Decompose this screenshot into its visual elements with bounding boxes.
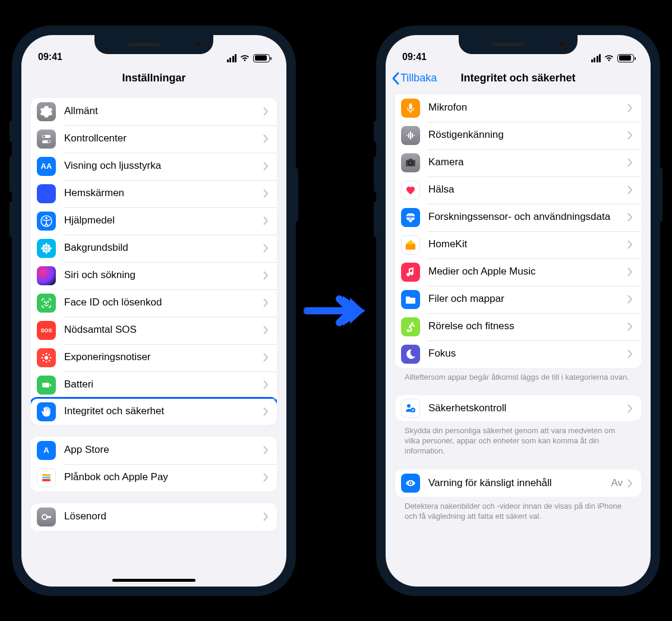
settings-row-visning[interactable]: AAVisning och ljusstyrka [31, 153, 277, 180]
row-label: Mikrofon [428, 99, 627, 116]
svg-point-17 [48, 301, 48, 302]
svg-point-40 [407, 404, 411, 408]
notch [459, 35, 578, 54]
key-icon [37, 507, 56, 527]
chevron-right-icon [263, 244, 269, 253]
wallet-icon [37, 468, 56, 487]
svg-point-10 [48, 247, 52, 250]
settings-row-hjalpmedel[interactable]: Hjälpmedel [31, 207, 277, 235]
privacy-row-kamera[interactable]: Kamera [395, 149, 641, 176]
chevron-right-icon [627, 103, 633, 112]
svg-point-43 [410, 483, 412, 484]
svg-point-18 [45, 356, 48, 360]
row-label: Face ID och lösenkod [64, 294, 263, 311]
row-label: App Store [64, 442, 263, 458]
privacy-row-halsa[interactable]: Hälsa [395, 176, 641, 204]
row-label: Forskningssensor- och användningsdata [428, 209, 627, 225]
privacy-row-varning[interactable]: Varning för känsligt innehållAv [395, 469, 641, 497]
camera-icon [401, 153, 420, 172]
home-indicator[interactable] [112, 579, 195, 582]
chevron-right-icon [263, 107, 269, 116]
privacy-list[interactable]: MikrofonRöstigenkänningKameraHälsaForskn… [386, 93, 651, 587]
chevron-right-icon [627, 185, 633, 194]
settings-row-integritet[interactable]: Integritet och säkerhet [31, 397, 277, 425]
music-icon [401, 263, 420, 282]
notch [94, 35, 213, 54]
svg-rect-33 [306, 307, 345, 314]
chevron-right-icon [627, 349, 633, 358]
settings-list[interactable]: AllmäntKontrollcenterAAVisning och ljuss… [21, 93, 286, 587]
svg-point-8 [45, 250, 48, 254]
caption-1: Allteftersom appar begär åtkomst läggs d… [395, 373, 641, 385]
siri-icon [37, 266, 56, 285]
svg-point-21 [42, 357, 43, 358]
settings-row-planbok[interactable]: Plånbok och Apple Pay [31, 464, 277, 491]
settings-row-exponering[interactable]: Exponeringsnotiser [31, 344, 277, 371]
back-button[interactable]: Tillbaka [392, 72, 437, 85]
row-label: Plånbok och Apple Pay [64, 469, 263, 486]
svg-rect-38 [409, 159, 412, 160]
privacy-row-filer[interactable]: Filer och mappar [395, 286, 641, 313]
voice-icon [401, 126, 420, 145]
svg-rect-30 [42, 477, 51, 478]
chevron-right-icon [627, 131, 633, 140]
settings-row-losenord[interactable]: Lösenord [31, 503, 277, 531]
chevron-right-icon [627, 295, 633, 304]
privacy-row-forskningssensor[interactable]: Forskningssensor- och användningsdata [395, 204, 641, 231]
privacy-row-fokus[interactable]: Fokus [395, 341, 641, 368]
row-label: Batteri [64, 376, 263, 393]
back-label: Tillbaka [400, 72, 437, 84]
svg-point-25 [43, 360, 45, 361]
svg-point-24 [49, 354, 51, 355]
privacy-row-medier[interactable]: Medier och Apple Music [395, 259, 641, 286]
svg-point-26 [49, 360, 51, 361]
caption-2: Skydda din personliga säkerhet genom att… [395, 426, 641, 459]
settings-row-allmant[interactable]: Allmänt [31, 98, 277, 125]
status-icons [591, 54, 635, 62]
svg-rect-27 [42, 383, 49, 387]
privacy-row-rorelse[interactable]: Rörelse och fitness [395, 313, 641, 341]
privacy-row-rostigenkanning[interactable]: Röstigenkänning [395, 122, 641, 149]
row-label: Visning och ljusstyrka [64, 157, 263, 174]
privacy-group-2: Säkerhetskontroll [395, 395, 641, 421]
arrow-icon [298, 290, 375, 332]
battery-icon [37, 376, 56, 395]
chevron-right-icon [263, 271, 269, 280]
settings-row-nodsamtal[interactable]: SOSNödsamtal SOS [31, 317, 277, 344]
row-label: HomeKit [428, 236, 627, 253]
svg-point-32 [42, 515, 47, 519]
heart-icon [401, 181, 420, 200]
svg-point-16 [44, 301, 45, 302]
privacy-row-sakerhetskontroll[interactable]: Säkerhetskontroll [395, 395, 641, 421]
caption-3: Detektera nakenbilder och -videor innan … [395, 502, 641, 524]
svg-point-19 [46, 352, 48, 354]
folder-icon [401, 290, 420, 309]
aa-icon: AA [37, 157, 56, 176]
settings-row-faceid[interactable]: Face ID och lösenkod [31, 289, 277, 317]
status-icons [227, 54, 270, 62]
settings-row-kontrollcenter[interactable]: Kontrollcenter [31, 125, 277, 153]
privacy-row-homekit[interactable]: HomeKit [395, 231, 641, 259]
chevron-right-icon [263, 216, 269, 225]
phone-right: 09:41 Tillbaka Integritet och säkerhet M [376, 26, 660, 596]
apps-icon [37, 184, 56, 203]
svg-rect-31 [42, 479, 51, 481]
row-value: Av [611, 477, 623, 489]
row-label: Kamera [428, 154, 627, 171]
svg-point-9 [41, 247, 45, 250]
settings-row-appstore[interactable]: AApp Store [31, 437, 277, 464]
row-label: Filer och mappar [428, 291, 627, 307]
settings-row-bakgrundsbild[interactable]: Bakgrundsbild [31, 235, 277, 262]
chevron-right-icon [263, 353, 269, 362]
page-title: Inställningar [122, 72, 185, 84]
settings-row-hemskarmen[interactable]: Hemskärmen [31, 180, 277, 207]
settings-row-siri[interactable]: Siri och sökning [31, 262, 277, 289]
battery-icon [253, 54, 270, 62]
row-label: Hjälpmedel [64, 212, 263, 229]
chevron-right-icon [627, 479, 633, 488]
chevron-right-icon [263, 473, 269, 482]
status-time: 09:41 [38, 52, 62, 62]
chevron-right-icon [263, 298, 269, 307]
privacy-row-mikrofon[interactable]: Mikrofon [395, 94, 641, 122]
settings-row-batteri[interactable]: Batteri [31, 371, 277, 399]
